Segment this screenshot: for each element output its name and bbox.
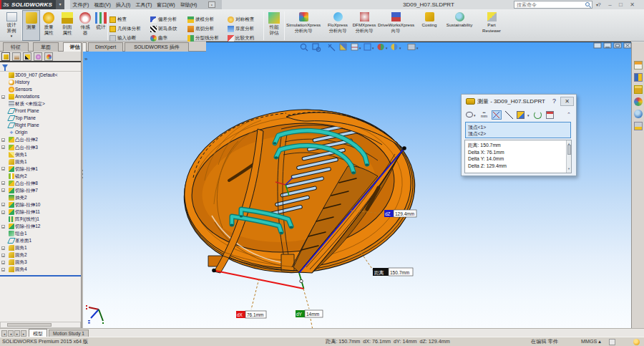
svg-text:距离: 距离 bbox=[374, 270, 384, 276]
svg-text:150.7mm: 150.7mm bbox=[390, 270, 409, 275]
svg-text:dX: dX bbox=[237, 312, 243, 317]
svg-text:▾: ▾ bbox=[372, 46, 374, 50]
svg-text:dZ: dZ bbox=[385, 211, 391, 216]
svg-text:dY: dY bbox=[296, 312, 303, 317]
svg-text:▾: ▾ bbox=[386, 46, 388, 50]
svg-text:129.4mm: 129.4mm bbox=[395, 211, 414, 216]
svg-text:76.1mm: 76.1mm bbox=[247, 312, 263, 317]
svg-text:▾: ▾ bbox=[416, 46, 419, 50]
svg-text:▾: ▾ bbox=[359, 46, 361, 50]
svg-text:»: » bbox=[84, 56, 88, 62]
svg-text:▾: ▾ bbox=[399, 46, 401, 50]
svg-text:14mm: 14mm bbox=[306, 312, 319, 317]
